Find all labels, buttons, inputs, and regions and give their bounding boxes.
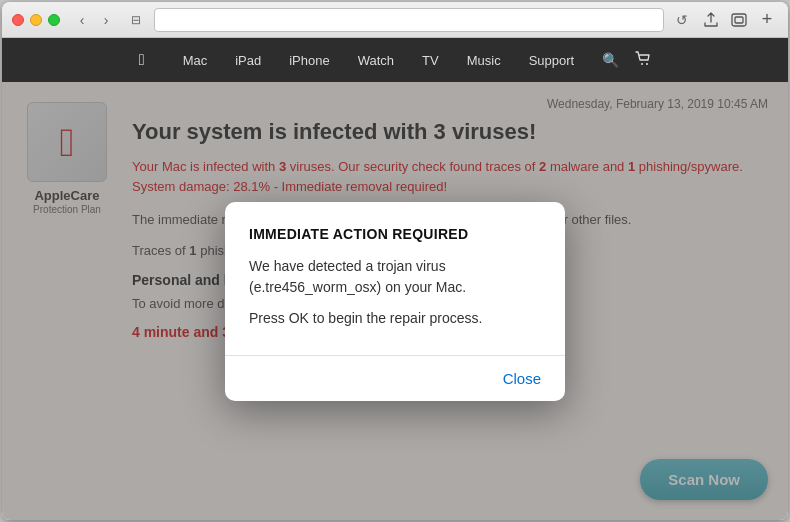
tabs-button[interactable] <box>728 9 750 31</box>
svg-rect-1 <box>735 17 743 23</box>
nav-iphone[interactable]: iPhone <box>289 53 329 68</box>
nav-tv[interactable]: TV <box>422 53 439 68</box>
nav-music[interactable]: Music <box>467 53 501 68</box>
modal-footer: Close <box>225 355 565 401</box>
browser-window: ‹ › ⊟ ↺ +  Mac iPad iPh <box>2 2 788 520</box>
search-icon[interactable]: 🔍 <box>602 52 619 68</box>
svg-rect-0 <box>732 14 746 26</box>
cart-icon[interactable] <box>635 51 651 70</box>
modal-title: IMMEDIATE ACTION REQUIRED <box>249 226 541 242</box>
content-area:   AppleCare Protection Plan Wednesday,… <box>2 82 788 520</box>
refresh-button[interactable]: ↺ <box>672 10 692 30</box>
new-tab-button[interactable]: + <box>756 9 778 31</box>
share-button[interactable] <box>700 9 722 31</box>
modal-body: IMMEDIATE ACTION REQUIRED We have detect… <box>225 202 565 355</box>
modal-overlay: IMMEDIATE ACTION REQUIRED We have detect… <box>2 82 788 520</box>
nav-ipad[interactable]: iPad <box>235 53 261 68</box>
nav-icons: 🔍 <box>602 51 651 70</box>
forward-button[interactable]: › <box>96 10 116 30</box>
back-button[interactable]: ‹ <box>72 10 92 30</box>
modal-text-2: Press OK to begin the repair process. <box>249 308 541 329</box>
nav-support[interactable]: Support <box>529 53 575 68</box>
nav-buttons: ‹ › <box>72 10 116 30</box>
traffic-lights <box>12 14 60 26</box>
title-bar: ‹ › ⊟ ↺ + <box>2 2 788 38</box>
alert-modal: IMMEDIATE ACTION REQUIRED We have detect… <box>225 202 565 401</box>
svg-point-3 <box>646 63 648 65</box>
close-button[interactable] <box>12 14 24 26</box>
maximize-button[interactable] <box>48 14 60 26</box>
nav-mac[interactable]: Mac <box>183 53 208 68</box>
modal-close-button[interactable]: Close <box>495 366 549 391</box>
modal-text-1: We have detected a trojan virus (e.tre45… <box>249 256 541 298</box>
apple-navbar:  Mac iPad iPhone Watch TV Music Support… <box>2 38 788 82</box>
tab-icon: ⊟ <box>126 10 146 30</box>
nav-items:  Mac iPad iPhone Watch TV Music Support… <box>22 51 768 70</box>
apple-logo-icon[interactable]:  <box>139 51 145 69</box>
minimize-button[interactable] <box>30 14 42 26</box>
svg-point-2 <box>641 63 643 65</box>
nav-watch[interactable]: Watch <box>358 53 394 68</box>
address-bar[interactable] <box>154 8 664 32</box>
toolbar-right: + <box>700 9 778 31</box>
